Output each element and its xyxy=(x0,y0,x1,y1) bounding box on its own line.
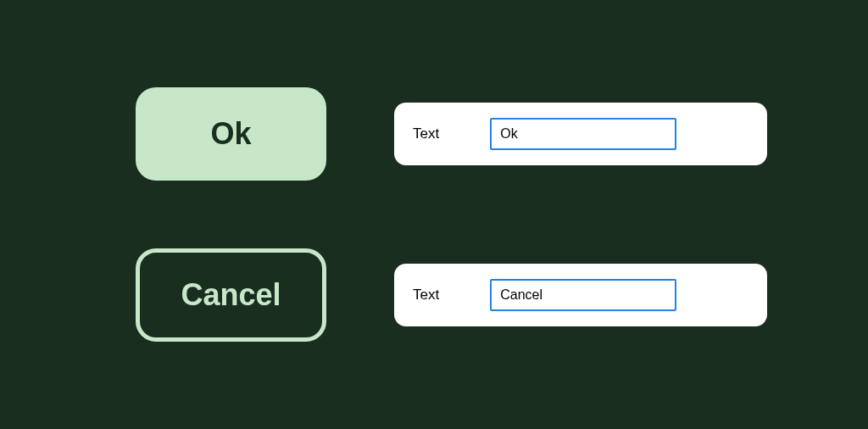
text-property-input-cancel[interactable] xyxy=(490,279,676,311)
ok-button[interactable]: Ok xyxy=(136,87,326,181)
ok-button-label: Ok xyxy=(210,116,251,152)
text-property-input-ok[interactable] xyxy=(490,118,676,150)
property-panel-ok: Text xyxy=(394,103,767,165)
text-property-label: Text xyxy=(413,287,439,304)
text-property-label: Text xyxy=(413,125,439,142)
property-panel-cancel: Text xyxy=(394,264,767,326)
cancel-button[interactable]: Cancel xyxy=(136,248,326,342)
button-row-cancel: Cancel Text xyxy=(136,248,800,342)
cancel-button-label: Cancel xyxy=(181,277,281,313)
button-row-ok: Ok Text xyxy=(136,87,800,181)
